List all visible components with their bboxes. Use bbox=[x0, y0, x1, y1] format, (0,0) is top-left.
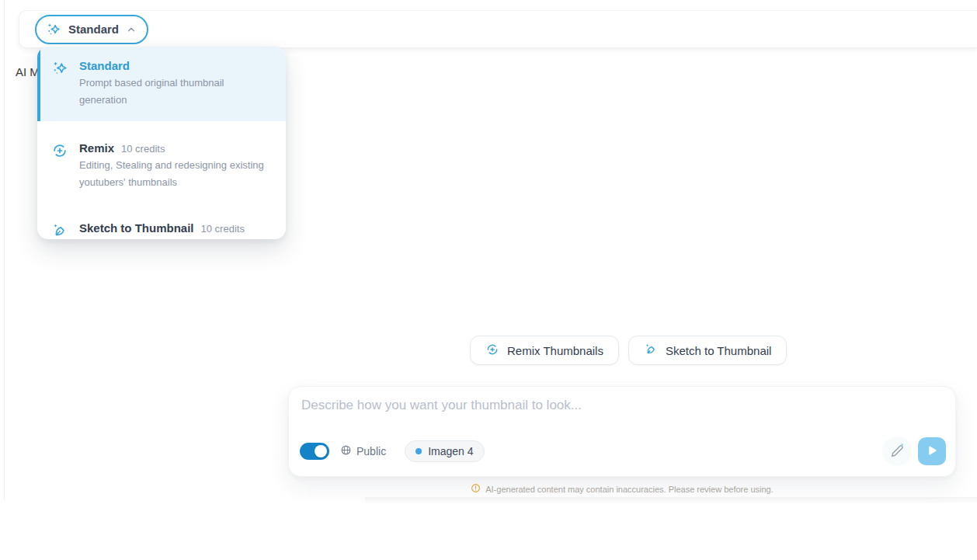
item-description: Editing, Stealing and redesigning existi… bbox=[79, 157, 272, 191]
item-title: Standard bbox=[79, 59, 130, 72]
top-toolbar: Standard bbox=[19, 10, 977, 48]
item-description: Prompt based original thumbnail generati… bbox=[79, 75, 272, 109]
mode-selector-label: Standard bbox=[68, 23, 119, 36]
public-toggle[interactable] bbox=[300, 443, 329, 460]
remix-thumbnails-button[interactable]: Remix Thumbnails bbox=[470, 336, 619, 365]
sketch-to-thumbnail-button[interactable]: Sketch to Thumbnail bbox=[628, 336, 787, 365]
button-label: Remix Thumbnails bbox=[507, 344, 603, 357]
globe-icon bbox=[340, 444, 352, 458]
send-button[interactable] bbox=[918, 437, 946, 465]
quick-actions-row: Remix Thumbnails Sketch to Thumbnail bbox=[470, 336, 787, 365]
visibility-label: Public bbox=[340, 444, 386, 458]
warning-icon bbox=[471, 483, 481, 495]
sparkles-icon bbox=[51, 60, 68, 109]
pen-sparkle-icon bbox=[644, 343, 658, 359]
item-title: Sketch to Thumbnail bbox=[79, 221, 194, 235]
item-credits: 10 credits bbox=[201, 223, 245, 235]
dropdown-item-standard[interactable]: Standard Prompt based original thumbnail… bbox=[37, 47, 286, 121]
button-label: Sketch to Thumbnail bbox=[666, 344, 771, 357]
mode-dropdown-menu: Standard Prompt based original thumbnail… bbox=[37, 47, 286, 239]
dropdown-item-sketch[interactable]: Sketch to Thumbnail 10 credits Sketch to… bbox=[37, 209, 286, 239]
prompt-input[interactable] bbox=[300, 396, 944, 433]
mode-selector-button[interactable]: Standard bbox=[35, 15, 148, 44]
chevron-up-icon bbox=[126, 24, 137, 35]
toggle-knob bbox=[315, 445, 327, 457]
item-title: Remix bbox=[79, 141, 114, 155]
ai-disclaimer: AI-generated content may contain inaccur… bbox=[288, 483, 956, 495]
model-badge[interactable]: Imagen 4 bbox=[405, 440, 484, 462]
pen-sparkle-icon bbox=[51, 222, 68, 239]
left-panel-divider bbox=[4, 0, 5, 501]
remix-icon bbox=[485, 343, 499, 359]
model-name: Imagen 4 bbox=[428, 445, 473, 457]
model-status-dot bbox=[415, 448, 422, 454]
item-description: Sketch to thumbnail bbox=[79, 237, 245, 239]
enhance-prompt-button[interactable] bbox=[882, 437, 912, 466]
prompt-composer: Public Imagen 4 bbox=[288, 386, 956, 477]
disclaimer-text: AI-generated content may contain inaccur… bbox=[485, 485, 774, 494]
magic-pencil-icon bbox=[888, 442, 906, 461]
content-bottom-shadow bbox=[365, 497, 977, 504]
item-credits: 10 credits bbox=[121, 143, 165, 155]
send-icon bbox=[925, 443, 939, 460]
sparkles-icon bbox=[46, 22, 61, 37]
app-window: AI Model Standard bbox=[0, 0, 977, 560]
dropdown-item-remix[interactable]: Remix 10 credits Editing, Stealing and r… bbox=[37, 129, 286, 201]
composer-controls: Public Imagen 4 bbox=[300, 437, 946, 465]
remix-icon bbox=[51, 142, 68, 191]
visibility-text: Public bbox=[356, 445, 386, 457]
